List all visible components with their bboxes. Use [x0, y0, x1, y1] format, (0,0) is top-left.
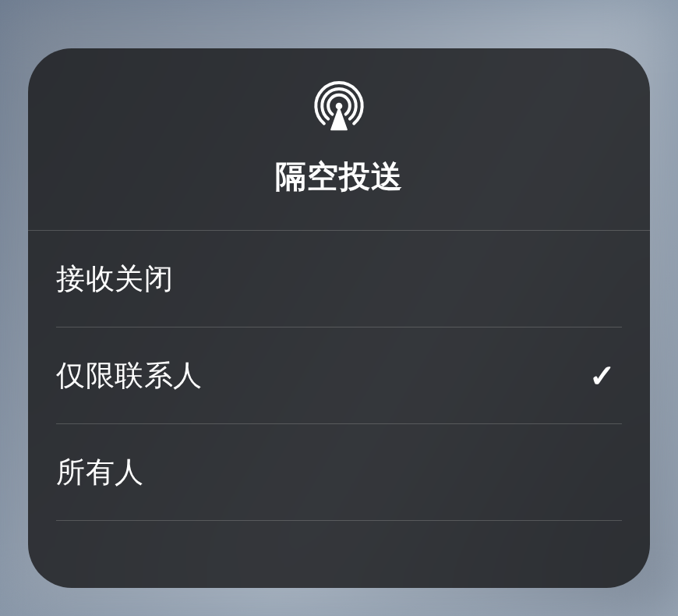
panel-title: 隔空投送 [275, 155, 403, 198]
options-list: 接收关闭 ✓ 仅限联系人 ✓ 所有人 ✓ [28, 231, 650, 521]
option-receiving-off[interactable]: 接收关闭 ✓ [56, 231, 622, 327]
option-label: 仅限联系人 [56, 356, 203, 395]
option-contacts-only[interactable]: 仅限联系人 ✓ [56, 327, 622, 424]
option-everyone[interactable]: 所有人 ✓ [56, 424, 622, 521]
checkmark-icon: ✓ [589, 358, 616, 394]
panel-header: 隔空投送 [28, 48, 650, 231]
option-label: 接收关闭 [56, 260, 173, 299]
airdrop-panel: 隔空投送 接收关闭 ✓ 仅限联系人 ✓ 所有人 ✓ [28, 48, 650, 588]
airdrop-icon [313, 80, 365, 132]
option-label: 所有人 [56, 453, 144, 492]
